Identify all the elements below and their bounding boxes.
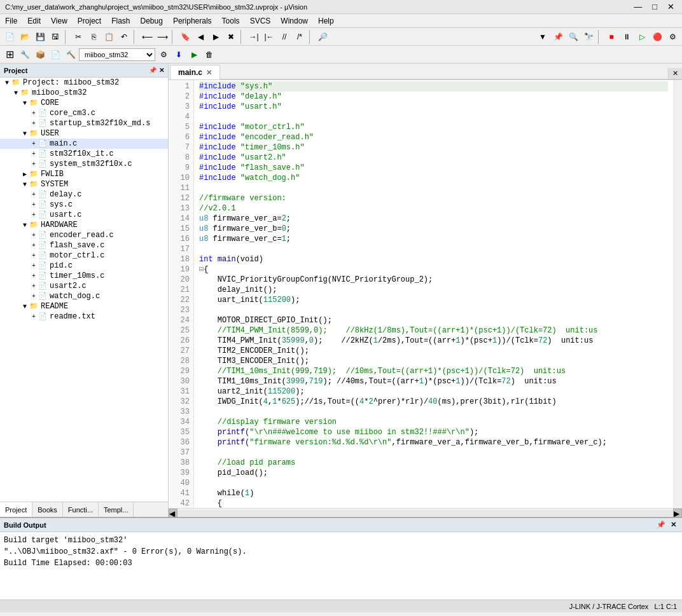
target-dropdown[interactable]: ▼: [536, 30, 550, 44]
tree-user[interactable]: ▼ 📁 USER: [0, 128, 168, 139]
code-line-32[interactable]: IWDG_Init(4,1*625);//1s,Tout=((4*2^prer)…: [199, 397, 668, 407]
pid-expander[interactable]: +: [29, 263, 38, 270]
unindent-button[interactable]: |←: [262, 30, 276, 44]
code-line-35[interactable]: printf("\r\n###welcome to use miiboo in …: [199, 427, 668, 437]
tree-system-folder[interactable]: ▼ 📁 SYSTEM: [0, 179, 168, 189]
code-line-18[interactable]: int main(void): [199, 254, 668, 264]
core-cm3-expander[interactable]: +: [29, 110, 38, 117]
menu-item-tools[interactable]: Tools: [217, 15, 245, 27]
tree-pid[interactable]: + 📄 pid.c: [0, 261, 168, 271]
code-line-36[interactable]: printf("firmware version:%d.%d.%d\r\n",f…: [199, 437, 668, 448]
open-button[interactable]: 📂: [18, 30, 32, 44]
maximize-button[interactable]: □: [650, 2, 660, 11]
manage-components[interactable]: 📦: [33, 48, 47, 62]
redo-button[interactable]: ⟶: [155, 30, 169, 44]
build-close-icon[interactable]: ✕: [669, 521, 678, 529]
build-button[interactable]: 🔨: [64, 48, 78, 62]
erase-button[interactable]: 🗑: [202, 48, 216, 62]
tree-core-cm3[interactable]: + 📄 core_cm3.c: [0, 108, 168, 118]
main-expander[interactable]: +: [29, 140, 38, 147]
tab-functions[interactable]: Functi...: [63, 502, 99, 517]
code-line-11[interactable]: [199, 183, 668, 193]
readme-expander[interactable]: ▼: [20, 303, 29, 310]
cut-button[interactable]: ✂: [71, 30, 85, 44]
tree-readme-folder[interactable]: ▼ 📁 README: [0, 301, 168, 311]
debug-button[interactable]: 🔴: [650, 30, 664, 44]
code-line-21[interactable]: delay_init();: [199, 285, 668, 295]
tree-main[interactable]: + 📄 main.c: [0, 139, 168, 149]
menu-item-project[interactable]: Project: [73, 15, 106, 27]
menu-item-peripherals[interactable]: Peripherals: [168, 15, 217, 27]
menu-item-window[interactable]: Window: [275, 15, 313, 27]
hardware-expander[interactable]: ▼: [20, 222, 29, 229]
menu-item-view[interactable]: View: [46, 15, 73, 27]
code-line-29[interactable]: //TIM1_10ms_Init(999,719); //10ms,Tout=(…: [199, 366, 668, 376]
code-line-12[interactable]: //firmware version:: [199, 193, 668, 203]
code-line-34[interactable]: //display firmware version: [199, 417, 668, 427]
settings-button[interactable]: ⚙: [665, 30, 679, 44]
close-panel-icon[interactable]: ✕: [159, 67, 164, 74]
system-folder-expander[interactable]: ▼: [20, 181, 29, 188]
code-editor[interactable]: #include "sys.h"#include "delay.h"#inclu…: [194, 80, 673, 508]
target-selector[interactable]: miiboo_stm32: [79, 48, 155, 61]
stop-build-button[interactable]: ■: [604, 30, 618, 44]
code-line-41[interactable]: while(1): [199, 488, 668, 498]
menu-item-flash[interactable]: Flash: [106, 15, 135, 27]
copy-button[interactable]: ⎘: [87, 30, 101, 44]
delay-expander[interactable]: +: [29, 191, 38, 198]
horizontal-scroll-track[interactable]: [177, 510, 673, 516]
menu-item-help[interactable]: Help: [313, 15, 339, 27]
code-line-33[interactable]: [199, 407, 668, 417]
save-all-button[interactable]: 🖫: [48, 30, 62, 44]
code-line-28[interactable]: TIM3_ENCODER_Init();: [199, 356, 668, 366]
translate-button[interactable]: 📄: [48, 48, 62, 62]
tree-system-stm32[interactable]: + 📄 system_stm32f10x.c: [0, 159, 168, 169]
uncomment-button[interactable]: /*: [293, 30, 307, 44]
tree-startup[interactable]: + 📄 startup_stm32f10x_md.s: [0, 118, 168, 128]
code-line-25[interactable]: //TIM4_PWM_Init(8599,0); //8kHz(1/8ms),T…: [199, 325, 668, 336]
horizontal-scrollbar[interactable]: ◀ ▶: [169, 508, 682, 517]
tree-core[interactable]: ▼ 📁 CORE: [0, 98, 168, 108]
download-start[interactable]: ▶: [187, 48, 201, 62]
code-line-38[interactable]: //load pid params: [199, 458, 668, 468]
tree-root[interactable]: ▼ 📁 Project: miiboo_stm32: [0, 78, 168, 88]
tree-miiboo[interactable]: ▼ 📁 miiboo_stm32: [0, 88, 168, 98]
code-line-10[interactable]: #include "watch_dog.h": [199, 173, 668, 183]
code-line-39[interactable]: pid_load();: [199, 468, 668, 478]
code-line-2[interactable]: #include "delay.h": [199, 92, 668, 102]
tab-templates[interactable]: Templ...: [99, 502, 134, 517]
undo-button[interactable]: ⟵: [140, 30, 154, 44]
tree-delay[interactable]: + 📄 delay.c: [0, 189, 168, 200]
it-expander[interactable]: +: [29, 151, 38, 158]
core-expander[interactable]: ▼: [20, 100, 29, 107]
encoder-expander[interactable]: +: [29, 232, 38, 239]
code-line-19[interactable]: ⊟{: [199, 264, 668, 275]
find-button[interactable]: 🔎: [316, 30, 330, 44]
undo-icon[interactable]: ↶: [117, 30, 131, 44]
search-button[interactable]: 🔭: [581, 30, 595, 44]
code-line-24[interactable]: MOTOR_DIRECT_GPIO_Init();: [199, 315, 668, 325]
code-line-30[interactable]: TIM1_10ms_Init(3999,719); //40ms,Tout=((…: [199, 376, 668, 387]
flash-expander[interactable]: +: [29, 242, 38, 249]
tree-timer-10ms[interactable]: + 📄 timer_10ms.c: [0, 271, 168, 281]
code-line-4[interactable]: [199, 112, 668, 122]
code-line-9[interactable]: #include "flash_save.h": [199, 163, 668, 173]
new-file-button[interactable]: 📄: [3, 30, 17, 44]
code-line-42[interactable]: {: [199, 498, 668, 508]
build-pin-icon[interactable]: 📌: [655, 521, 667, 529]
close-button[interactable]: ✕: [665, 2, 677, 11]
code-line-20[interactable]: NVIC_PriorityGroupConfig(NVIC_PriorityGr…: [199, 275, 668, 285]
code-line-15[interactable]: u8 firmware_ver_b=0;: [199, 224, 668, 234]
usart2-expander[interactable]: +: [29, 283, 38, 290]
timer-expander[interactable]: +: [29, 273, 38, 280]
tree-usart[interactable]: + 📄 usart.c: [0, 210, 168, 220]
code-line-1[interactable]: #include "sys.h": [199, 81, 668, 92]
target-options[interactable]: 🔧: [18, 48, 32, 62]
browse-button[interactable]: 🔍: [566, 30, 580, 44]
scroll-left-button[interactable]: ◀: [169, 509, 177, 517]
code-line-27[interactable]: TIM2_ENCODER_Init();: [199, 346, 668, 356]
tab-books[interactable]: Books: [32, 502, 63, 517]
sys-expander[interactable]: +: [29, 202, 38, 209]
project-icon[interactable]: ⊞: [3, 48, 17, 62]
usart-expander[interactable]: +: [29, 212, 38, 219]
